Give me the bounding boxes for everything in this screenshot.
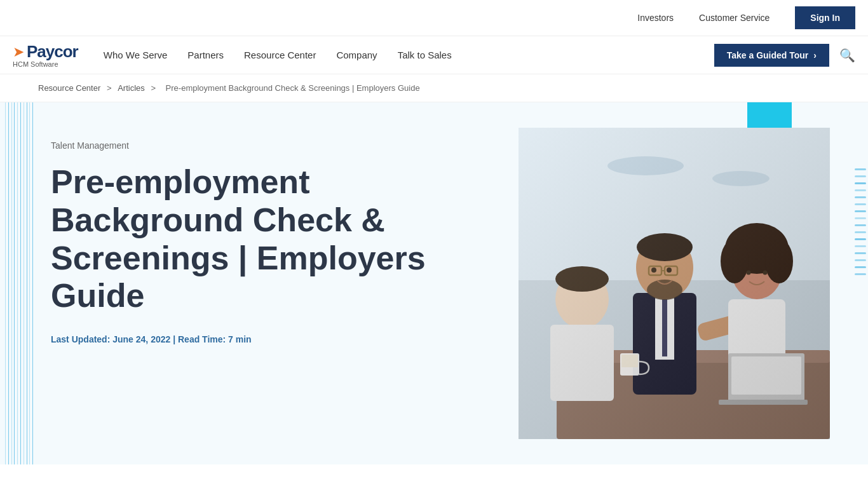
hero-illustration bbox=[519, 128, 830, 439]
deco-right-line-6 bbox=[855, 203, 866, 205]
paycor-logo[interactable]: ➤ Paycor bbox=[13, 42, 78, 62]
nav-item-company[interactable]: Company bbox=[336, 50, 377, 61]
deco-line-5 bbox=[17, 102, 18, 464]
nav-item-partners[interactable]: Partners bbox=[187, 50, 224, 61]
hero-section: Talent Management Pre-employment Backgro… bbox=[0, 102, 868, 464]
deco-right-line-1 bbox=[855, 168, 866, 170]
deco-right-line-13 bbox=[855, 252, 866, 254]
investors-link[interactable]: Investors bbox=[637, 13, 674, 23]
decorative-lines-left bbox=[0, 102, 38, 464]
svg-rect-34 bbox=[519, 128, 830, 439]
hero-image-container bbox=[519, 128, 830, 439]
article-title: Pre-employment Background Check & Screen… bbox=[51, 163, 493, 315]
deco-line-4 bbox=[14, 102, 15, 464]
deco-right-line-2 bbox=[855, 175, 866, 177]
guided-tour-label: Take a Guided Tour bbox=[727, 50, 809, 60]
utility-bar: Investors Customer Service Sign In bbox=[0, 0, 868, 36]
deco-right-line-5 bbox=[855, 196, 866, 198]
guided-tour-button[interactable]: Take a Guided Tour › bbox=[714, 44, 829, 67]
deco-line-8 bbox=[27, 102, 27, 464]
deco-line-1 bbox=[5, 102, 6, 464]
deco-right-line-14 bbox=[855, 259, 866, 261]
deco-line-9 bbox=[29, 102, 30, 464]
breadcrumb-separator-2: > bbox=[151, 83, 158, 93]
primary-nav-list: Who We Serve Partners Resource Center Co… bbox=[104, 50, 452, 61]
deco-right-line-7 bbox=[855, 210, 866, 212]
deco-right-line-12 bbox=[855, 245, 866, 247]
deco-right-line-3 bbox=[855, 182, 866, 184]
main-nav: ➤ Paycor HCM Software Who We Serve Partn… bbox=[0, 36, 868, 74]
breadcrumb-separator-1: > bbox=[107, 83, 114, 93]
breadcrumb: Resource Center > Articles > Pre-employm… bbox=[0, 74, 868, 102]
nav-item-talk-to-sales[interactable]: Talk to Sales bbox=[398, 50, 452, 61]
hero-text-area: Talent Management Pre-employment Backgro… bbox=[51, 128, 493, 344]
breadcrumb-current-page: Pre-employment Background Check & Screen… bbox=[166, 83, 420, 93]
logo-text: Paycor bbox=[27, 42, 78, 62]
sign-in-button[interactable]: Sign In bbox=[795, 6, 855, 29]
deco-right-line-9 bbox=[855, 224, 866, 226]
deco-line-10 bbox=[32, 102, 33, 464]
nav-right-actions: Take a Guided Tour › 🔍 bbox=[714, 44, 855, 67]
chevron-right-icon: › bbox=[813, 50, 817, 60]
search-icon[interactable]: 🔍 bbox=[839, 48, 855, 63]
logo-tagline: HCM Software bbox=[13, 60, 78, 68]
deco-line-3 bbox=[11, 102, 12, 464]
breadcrumb-articles[interactable]: Articles bbox=[118, 83, 145, 93]
deco-line-2 bbox=[8, 102, 9, 464]
article-category: Talent Management bbox=[51, 140, 493, 151]
nav-item-resource-center[interactable]: Resource Center bbox=[244, 50, 316, 61]
logo-bird-icon: ➤ bbox=[13, 44, 24, 60]
deco-right-line-10 bbox=[855, 231, 866, 233]
deco-right-line-15 bbox=[855, 266, 866, 268]
nav-item-who-we-serve[interactable]: Who We Serve bbox=[104, 50, 168, 61]
deco-right-line-4 bbox=[855, 189, 866, 191]
logo-area[interactable]: ➤ Paycor HCM Software bbox=[13, 42, 78, 68]
hero-content: Talent Management Pre-employment Backgro… bbox=[0, 102, 868, 464]
deco-right-line-8 bbox=[855, 217, 866, 219]
article-meta: Last Updated: June 24, 2022 | Read Time:… bbox=[51, 334, 493, 344]
deco-line-7 bbox=[24, 102, 24, 464]
decorative-lines-right bbox=[853, 166, 868, 407]
breadcrumb-resource-center[interactable]: Resource Center bbox=[38, 83, 100, 93]
deco-line-6 bbox=[20, 102, 21, 464]
blue-accent-square bbox=[747, 102, 792, 131]
deco-right-line-11 bbox=[855, 238, 866, 240]
hero-photo bbox=[519, 128, 830, 439]
customer-service-link[interactable]: Customer Service bbox=[699, 13, 770, 23]
deco-right-line-16 bbox=[855, 273, 866, 275]
